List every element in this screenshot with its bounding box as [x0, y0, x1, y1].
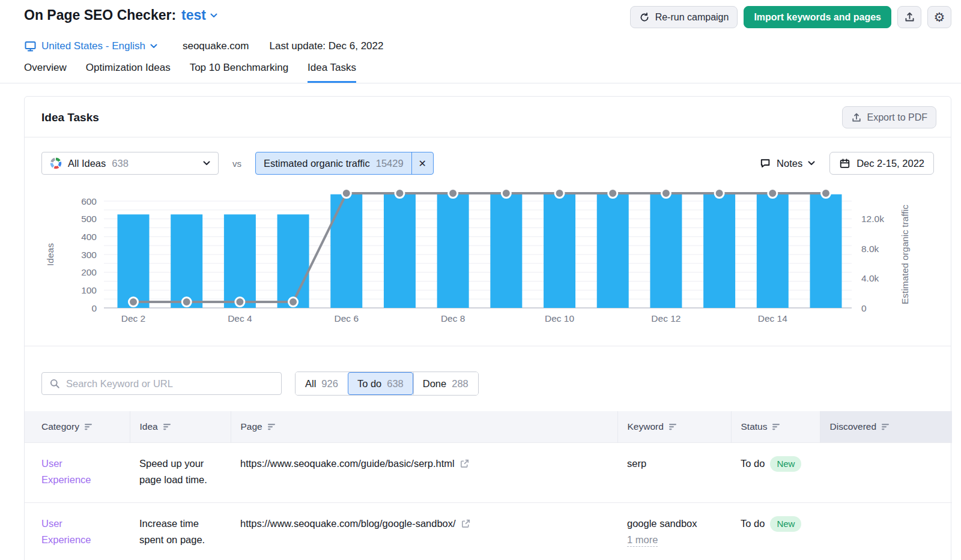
svg-text:Dec 8: Dec 8 — [441, 313, 465, 324]
notes-label: Notes — [777, 158, 802, 169]
column-header-idea: Idea — [130, 411, 231, 442]
column-header-keyword: Keyword — [617, 411, 731, 442]
calendar-icon — [839, 158, 850, 169]
page-title: On Page SEO Checker: — [24, 7, 176, 23]
sort-icon — [772, 423, 781, 430]
column-sort-keyword[interactable]: Keyword — [628, 421, 731, 432]
svg-text:Dec 12: Dec 12 — [651, 313, 681, 324]
table-row: User Experience Speed up your page load … — [25, 442, 952, 502]
external-link-icon — [461, 519, 471, 529]
sort-icon — [163, 423, 172, 430]
date-range-picker[interactable]: Dec 2-15, 2022 — [829, 152, 934, 175]
column-sort-discovered[interactable]: Discovered — [830, 421, 953, 432]
table-controls: All 926 To do 638 Done 288 — [25, 346, 951, 396]
notes-dropdown[interactable]: Notes — [759, 157, 815, 169]
new-badge: New — [770, 516, 801, 532]
status-text: To do — [741, 458, 765, 469]
keyword-more-link[interactable]: 1 more — [627, 533, 658, 547]
svg-text:Dec 4: Dec 4 — [228, 313, 252, 324]
svg-text:Dec 10: Dec 10 — [545, 313, 574, 324]
card-title: Idea Tasks — [41, 111, 99, 124]
project-domain: seoquake.com — [183, 40, 249, 52]
tab-idea-tasks[interactable]: Idea Tasks — [308, 62, 356, 83]
table-header: Category Idea Page Keyword — [25, 411, 952, 442]
svg-text:200: 200 — [81, 267, 97, 277]
column-header-page: Page — [231, 411, 617, 442]
status-filter-all[interactable]: All 926 — [296, 372, 348, 395]
page-url[interactable]: https://www.seoquake.com/blog/google-san… — [240, 516, 456, 532]
ideas-filter-label: All Ideas — [68, 158, 106, 169]
column-sort-idea[interactable]: Idea — [140, 421, 231, 432]
metric-chip-value: 15429 — [376, 158, 404, 169]
tab-optimization-ideas[interactable]: Optimization Ideas — [86, 62, 171, 83]
metric-chip-label: Estimated organic traffic — [264, 158, 370, 169]
table-row: User Experience Increase time spent on p… — [25, 502, 952, 560]
sort-icon — [85, 423, 93, 430]
search-icon — [49, 378, 61, 390]
status-todo-count: 638 — [387, 378, 404, 390]
column-header-status: Status — [731, 411, 820, 442]
rerun-campaign-button[interactable]: Re-run campaign — [630, 6, 738, 28]
column-label: Status — [741, 421, 768, 432]
settings-button[interactable]: ⚙ — [927, 6, 951, 28]
rerun-campaign-label: Re-run campaign — [655, 12, 729, 23]
upload-icon — [904, 11, 915, 23]
ideas-filter-count: 638 — [112, 158, 129, 169]
last-update: Last update: Dec 6, 2022 — [270, 40, 384, 52]
tab-overview[interactable]: Overview — [24, 62, 67, 83]
tab-top10-benchmarking[interactable]: Top 10 Benchmarking — [190, 62, 288, 83]
svg-text:300: 300 — [81, 250, 97, 260]
svg-text:12.0k: 12.0k — [861, 214, 884, 224]
status-filter-done[interactable]: Done 288 — [413, 372, 478, 395]
locale-selector[interactable]: United States - English — [24, 40, 157, 52]
donut-chart-icon — [50, 157, 62, 169]
refresh-icon — [639, 12, 650, 23]
idea-tasks-card: Idea Tasks Export to PDF — [24, 96, 951, 560]
status-all-label: All — [305, 378, 316, 390]
campaign-name: test — [181, 7, 206, 23]
column-label: Category — [41, 421, 79, 432]
search-input[interactable] — [66, 378, 274, 390]
status-all-count: 926 — [321, 378, 338, 390]
subheader: United States - English seoquake.com Las… — [0, 28, 961, 52]
column-header-category: Category — [25, 411, 130, 442]
import-keywords-button[interactable]: Import keywords and pages — [744, 6, 891, 28]
svg-text:0: 0 — [91, 303, 97, 313]
sort-icon — [882, 423, 890, 430]
category-link[interactable]: User Experience — [41, 458, 91, 485]
svg-text:Dec 14: Dec 14 — [758, 313, 787, 324]
ideas-table: Category Idea Page Keyword — [25, 411, 952, 560]
metric-chip: Estimated organic traffic 15429 ✕ — [255, 152, 434, 175]
column-sort-category[interactable]: Category — [41, 421, 130, 432]
status-filter-todo[interactable]: To do 638 — [348, 372, 413, 395]
column-label: Keyword — [628, 421, 664, 432]
svg-text:500: 500 — [81, 214, 97, 224]
idea-text: Speed up your page load time. — [139, 458, 207, 485]
campaign-selector[interactable]: test — [181, 7, 217, 23]
status-done-label: Done — [423, 378, 446, 390]
keyword-text: serp — [627, 458, 646, 469]
svg-text:Estimated organic traffic: Estimated organic traffic — [900, 205, 910, 304]
top-header: On Page SEO Checker: test Re-run campaig… — [0, 0, 961, 28]
page-url[interactable]: https://www.seoquake.com/guide/basic/ser… — [240, 456, 455, 472]
status-text: To do — [741, 518, 765, 529]
ideas-traffic-chart: 010020030040050060004.0k8.0k12.0kDec 2De… — [41, 184, 935, 331]
locale-label: United States - English — [41, 40, 145, 52]
category-link[interactable]: User Experience — [41, 518, 91, 545]
ideas-filter-dropdown[interactable]: All Ideas 638 — [41, 152, 219, 175]
column-label: Idea — [140, 421, 158, 432]
chevron-down-icon — [203, 161, 210, 166]
export-pdf-button[interactable]: Export to PDF — [842, 106, 936, 128]
vs-label: vs — [232, 158, 241, 169]
share-export-button[interactable] — [897, 6, 921, 28]
chevron-down-icon — [150, 44, 157, 49]
column-sort-page[interactable]: Page — [241, 421, 617, 432]
chevron-down-icon — [808, 161, 815, 166]
tab-bar: Overview Optimization Ideas Top 10 Bench… — [0, 62, 961, 83]
metric-chip-close-icon[interactable]: ✕ — [411, 152, 433, 174]
gear-icon: ⚙ — [934, 11, 945, 23]
column-sort-status[interactable]: Status — [741, 421, 820, 432]
status-filter: All 926 To do 638 Done 288 — [295, 372, 479, 396]
new-badge: New — [770, 456, 801, 472]
svg-text:8.0k: 8.0k — [861, 244, 879, 254]
